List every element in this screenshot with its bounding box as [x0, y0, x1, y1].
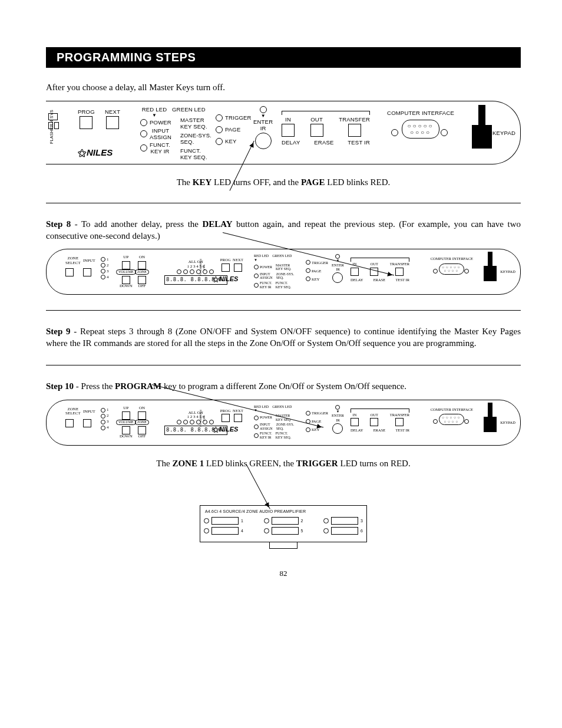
on-button[interactable] — [138, 261, 146, 269]
next-button-3[interactable] — [234, 414, 242, 422]
up-button-3[interactable] — [122, 411, 130, 420]
niles-logo: ⚝NILES — [78, 147, 113, 158]
prog-button-3[interactable] — [222, 414, 230, 422]
keypad-label: KEYPAD — [492, 130, 515, 136]
serial-port[interactable]: ○○○○○○○○○ — [402, 120, 439, 139]
page-label: PAGE — [225, 126, 241, 133]
page-led — [216, 126, 223, 133]
enter-ir-button[interactable] — [255, 133, 272, 149]
funct-key-ir-led — [140, 144, 147, 151]
enter-ir-label: ENTER IR — [253, 118, 273, 131]
power-label: POWER — [150, 119, 171, 126]
intro-text: After you choose a delay, all Master Key… — [46, 82, 521, 94]
step-10-text: Step 10 - Press the PROGRAM key to progr… — [46, 381, 521, 393]
enter-ir-button-sm[interactable] — [332, 272, 343, 283]
zone-sys-seq-label: ZONE-SYS. SEQ. — [180, 132, 211, 145]
testir-label: TEST IR — [348, 139, 370, 146]
enter-ir-led — [260, 106, 267, 113]
front-unit-foot — [269, 542, 297, 549]
prog-label: PROG — [78, 108, 95, 115]
next-button-sm[interactable] — [234, 263, 242, 272]
zone-select-button[interactable] — [65, 268, 74, 276]
keypad-jack-3[interactable] — [484, 417, 497, 432]
keypad-jack-sm[interactable] — [484, 266, 497, 281]
out-button-3[interactable] — [370, 418, 378, 426]
out-button[interactable] — [310, 124, 323, 137]
in-button[interactable] — [282, 124, 295, 137]
enter-ir-button-3[interactable] — [332, 423, 343, 434]
key-led — [216, 138, 223, 145]
transfer-button-sm[interactable] — [395, 268, 404, 276]
section-header: PROGRAMMING STEPS — [46, 47, 521, 68]
input-button[interactable] — [83, 268, 91, 276]
caption-2: The ZONE 1 LED blinks GREEN, the TRIGGER… — [46, 459, 521, 469]
front-unit: A4.6Ci 4 SOURCE/4 ZONE AUDIO PREAMPLIFIE… — [200, 505, 367, 542]
down-button-3[interactable] — [122, 426, 130, 434]
out-label: OUT — [310, 116, 323, 123]
master-key-seq-label: MASTER KEY SEQ. — [180, 117, 211, 130]
step-8-text: Step 8 - To add another delay, press the… — [46, 219, 521, 242]
front-unit-title: A4.6Ci 4 SOURCE/4 ZONE AUDIO PREAMPLIFIE… — [205, 509, 363, 513]
transfer-label: TRANSFER — [339, 116, 370, 123]
green-led-label: GREEN LED — [172, 106, 207, 113]
step-9-text: Step 9 - Repeat steps 3 through 8 (Zone … — [46, 326, 521, 350]
input-button-3[interactable] — [83, 419, 91, 427]
caption-1: The KEY LED turns OFF, and the PAGE LED … — [46, 177, 521, 187]
red-led-label: RED LED — [140, 106, 168, 113]
device-panel-zoomed: FLASHER 4 SYS PROG NEXT ⚝NILES — [46, 101, 521, 164]
zone-label: ZONE — [135, 269, 149, 275]
off-button[interactable] — [138, 276, 146, 284]
in-button-sm[interactable] — [351, 268, 359, 276]
prog-button-sm[interactable] — [222, 263, 230, 272]
funct-key-ir-label: FUNCT. KEY IR — [150, 141, 170, 154]
on-button-3[interactable] — [138, 411, 146, 420]
up-button[interactable] — [122, 261, 130, 269]
off-button-3[interactable] — [138, 426, 146, 434]
input-assign-led — [140, 130, 147, 137]
down-button[interactable] — [122, 276, 130, 284]
separator-3 — [46, 365, 521, 365]
next-button[interactable] — [106, 116, 119, 129]
power-led — [140, 119, 147, 126]
delay-label: DELAY — [282, 139, 300, 146]
zone-select-button-3[interactable] — [65, 419, 74, 427]
device-panel-full-3: ZONE SELECT INPUT 1 2 3 4 UP VOLUME DOWN… — [46, 400, 521, 446]
input-label: INPUT — [83, 259, 95, 263]
keypad-jack[interactable] — [472, 125, 492, 149]
next-label: NEXT — [105, 108, 120, 115]
separator-2 — [46, 310, 521, 311]
volume-label: VOLUME — [116, 269, 136, 275]
input-assign-label: INPUT ASSIGN — [150, 127, 171, 140]
prog-button[interactable] — [80, 116, 92, 129]
page-number: 82 — [46, 569, 521, 578]
in-label: IN — [282, 116, 295, 123]
niles-logo-sm: ⚝NILES — [213, 275, 238, 282]
zone-select-label: ZONE SELECT — [65, 256, 81, 265]
separator-1 — [46, 203, 521, 203]
trigger-label: TRIGGER — [225, 114, 252, 121]
interface-led-right — [441, 129, 448, 136]
transfer-button-3[interactable] — [395, 418, 404, 426]
serial-port-3[interactable]: ○○○○○○○○○ — [439, 414, 464, 425]
funct-key-seq-label: FUNCT. KEY SEQ. — [180, 147, 211, 160]
computer-interface-label: COMPUTER INTERFACE — [387, 110, 454, 116]
erase-label: ERASE — [314, 139, 333, 146]
out-button-sm[interactable] — [370, 268, 378, 276]
device-panel-full-2: ZONE SELECT INPUT 1 2 3 4 UP VOLUME DOWN… — [46, 249, 521, 295]
callout-arrow-4 — [246, 464, 270, 509]
interface-led-left — [391, 129, 398, 136]
trigger-led — [216, 114, 223, 121]
serial-port-sm[interactable]: ○○○○○○○○○ — [439, 263, 464, 275]
transfer-button[interactable] — [348, 124, 361, 137]
in-button-3[interactable] — [351, 418, 359, 426]
key-label: KEY — [225, 138, 237, 144]
